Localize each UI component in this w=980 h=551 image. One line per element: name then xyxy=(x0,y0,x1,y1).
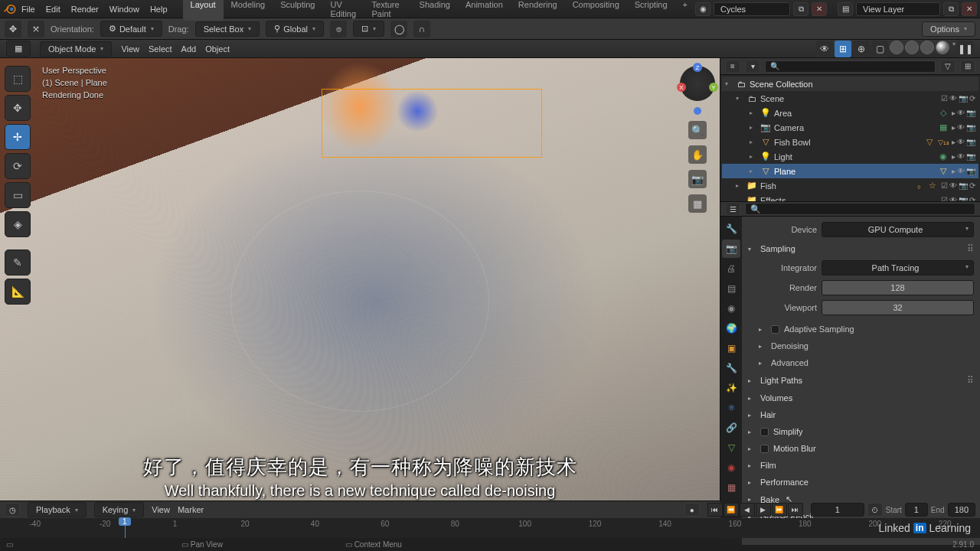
pause-render-icon[interactable]: ❚❚ xyxy=(957,41,974,57)
preview-range-icon[interactable]: ⏲ xyxy=(867,503,883,517)
ptab-physics-icon[interactable]: ⚛ xyxy=(722,399,740,417)
play-icon[interactable]: ▶ xyxy=(756,503,771,517)
viewport-menu-select[interactable]: Select xyxy=(149,44,172,54)
gizmo-toggle-icon[interactable]: ⊕ xyxy=(853,41,870,57)
outliner-item-camera[interactable]: ▸📷Camera▦▸👁📷 xyxy=(722,120,978,135)
overlays-icon[interactable]: ⊞ xyxy=(835,41,851,57)
shading-matprev-icon[interactable] xyxy=(920,41,934,54)
cursor-3d-tool-icon[interactable]: ✥ xyxy=(5,95,31,121)
section-volumes[interactable]: ▸Volumes xyxy=(748,390,974,406)
outliner-new-collection-icon[interactable]: ⊞ xyxy=(960,60,975,73)
viewlayer-icon[interactable]: ▤ xyxy=(838,2,853,16)
next-key-icon[interactable]: ⏩ xyxy=(772,503,787,517)
section-light-paths[interactable]: ▸Light Paths⠿ xyxy=(748,371,974,390)
properties-search[interactable]: 🔍 xyxy=(745,203,975,215)
select-box-tool-icon[interactable]: ⬚ xyxy=(5,66,31,92)
ptab-viewlayer-icon[interactable]: ▤ xyxy=(722,279,740,298)
tab-shading[interactable]: Shading xyxy=(412,0,458,21)
visibility-icon[interactable]: 👁 xyxy=(816,41,833,57)
viewlayer-browse-icon[interactable]: ⧉ xyxy=(943,2,959,16)
scene-collection-row[interactable]: ▾🗀Scene Collection xyxy=(722,77,978,91)
tab-texture-paint[interactable]: Texture Paint xyxy=(364,0,412,21)
shading-dropdown-icon[interactable]: ▾ xyxy=(952,41,956,57)
section-advanced[interactable]: ▸Advanced xyxy=(748,354,974,371)
outliner-type-icon[interactable]: ≡ xyxy=(725,60,740,73)
nav-gizmo[interactable]: Z X Y xyxy=(680,66,715,101)
panel-menu-icon[interactable]: ⠿ xyxy=(967,375,974,386)
section-motion-blur[interactable]: ▸Motion Blur xyxy=(748,440,974,457)
drag-dropdown[interactable]: Select Box▾ xyxy=(195,21,260,37)
annotate-tool-icon[interactable]: ✎ xyxy=(5,249,31,276)
panel-menu-icon[interactable]: ⠿ xyxy=(967,243,974,254)
ptab-data-icon[interactable]: ▽ xyxy=(722,439,740,457)
menu-window[interactable]: Window xyxy=(109,5,139,14)
perspective-icon[interactable]: ▦ xyxy=(688,194,707,213)
ptab-output-icon[interactable]: 🖨 xyxy=(722,259,740,278)
measure-tool-icon[interactable]: 📐 xyxy=(5,279,31,305)
section-film[interactable]: ▸Film xyxy=(748,457,974,474)
menu-help[interactable]: Help xyxy=(150,5,168,14)
jump-end-icon[interactable]: ⏭ xyxy=(788,503,803,517)
mode-dropdown[interactable]: Object Mode▾ xyxy=(40,41,112,57)
tab-sculpting[interactable]: Sculpting xyxy=(273,0,322,21)
axis-x-icon[interactable]: X xyxy=(677,83,686,92)
move-gizmo-tool-icon[interactable]: ✢ xyxy=(5,124,31,150)
snap-icon[interactable]: ⌾ xyxy=(330,21,347,37)
scale-tool-icon[interactable]: ▭ xyxy=(5,182,31,208)
shading-wireframe-icon[interactable] xyxy=(890,41,903,54)
ptab-material-icon[interactable]: ◉ xyxy=(722,458,740,477)
ptab-texture-icon[interactable]: ▦ xyxy=(722,478,740,497)
options-dropdown[interactable]: Options▾ xyxy=(922,21,975,37)
ptab-particles-icon[interactable]: ✨ xyxy=(722,379,740,397)
3d-viewport[interactable]: User Perspective (1) Scene | Plane Rende… xyxy=(0,58,720,500)
outliner-filter-icon[interactable]: ▽ xyxy=(940,60,956,73)
timeline-ruler[interactable]: -40-20120406080100120140160180200220 xyxy=(0,518,980,538)
outliner-filter-type-icon[interactable]: ▾ xyxy=(745,60,760,73)
viewport-menu-object[interactable]: Object xyxy=(205,44,230,54)
menu-render[interactable]: Render xyxy=(71,5,99,14)
xray-icon[interactable]: ▢ xyxy=(871,41,888,57)
ptab-constraints-icon[interactable]: 🔗 xyxy=(722,419,740,437)
menu-file[interactable]: File xyxy=(21,5,35,14)
zoom-icon[interactable]: 🔍 xyxy=(688,121,707,139)
play-reverse-icon[interactable]: ◀ xyxy=(740,503,755,517)
ptab-tool-icon[interactable]: 🔧 xyxy=(722,220,740,238)
outliner-item-plane[interactable]: ▸▽Plane▽▸👁📷 xyxy=(722,164,978,178)
tab-layout[interactable]: Layout xyxy=(183,0,224,21)
props-editor-type-icon[interactable]: ☰ xyxy=(725,202,740,216)
section-performance[interactable]: ▸Performance xyxy=(748,474,974,491)
ptab-object-icon[interactable]: ▣ xyxy=(722,339,740,357)
rotate-tool-icon[interactable]: ⟳ xyxy=(5,153,31,179)
scene-browse-icon[interactable]: ⧉ xyxy=(793,2,808,16)
ptab-world-icon[interactable]: 🌍 xyxy=(722,319,740,337)
ptab-modifier-icon[interactable]: 🔧 xyxy=(722,359,740,377)
tab-modeling[interactable]: Modeling xyxy=(224,0,273,21)
outliner-item-effects[interactable]: 📁Effects☑👁📷⟳ xyxy=(722,193,978,202)
move-tool-icon[interactable]: ⤧ xyxy=(28,21,44,37)
tab-scripting[interactable]: Scripting xyxy=(627,0,675,21)
section-adaptive-sampling[interactable]: ▸Adaptive Sampling xyxy=(748,321,974,337)
orientation-dropdown[interactable]: ⚙Default▾ xyxy=(100,21,162,37)
device-dropdown[interactable]: GPU Compute▾ xyxy=(822,222,974,237)
autokey-icon[interactable]: ● xyxy=(684,503,700,517)
camera-view-icon[interactable]: 📷 xyxy=(688,170,707,188)
outliner-item-area[interactable]: ▸💡Area◇▸👁📷 xyxy=(722,106,978,120)
axis-y-icon[interactable]: Y xyxy=(709,83,718,92)
section-hair[interactable]: ▸Hair xyxy=(748,406,974,423)
current-frame-field[interactable]: 1 xyxy=(811,503,864,517)
viewport-menu-view[interactable]: View xyxy=(121,44,139,54)
timeline-menu-view[interactable]: View xyxy=(152,505,170,514)
outliner-item-fishbowl[interactable]: ▸▽Fish Bowl▽▽₁₃▸👁📷 xyxy=(722,135,978,149)
playhead[interactable] xyxy=(125,518,126,538)
motion-blur-checkbox[interactable] xyxy=(760,445,769,453)
render-samples-field[interactable]: 128 xyxy=(822,280,974,295)
playback-dropdown[interactable]: Playback▾ xyxy=(28,502,87,517)
timeline-type-icon[interactable]: ◷ xyxy=(5,503,20,517)
end-frame-field[interactable]: 180 xyxy=(948,503,975,517)
adaptive-sampling-checkbox[interactable] xyxy=(771,325,779,334)
proportional-icon[interactable]: ◯ xyxy=(390,21,407,37)
tab-uv-editing[interactable]: UV Editing xyxy=(322,0,364,21)
tab-compositing[interactable]: Compositing xyxy=(565,0,627,21)
scene-icon[interactable]: ◉ xyxy=(695,2,710,16)
integrator-dropdown[interactable]: Path Tracing▾ xyxy=(822,260,974,276)
